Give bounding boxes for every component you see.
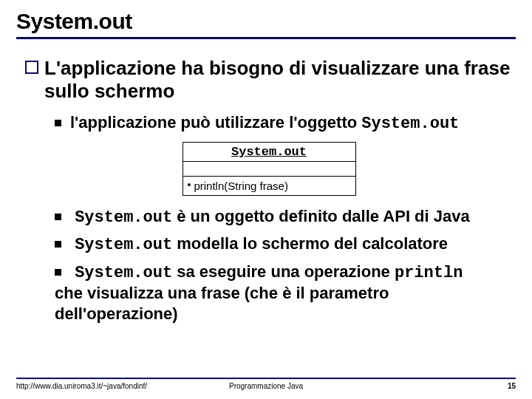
uml-name: System.out xyxy=(183,143,355,162)
code-println: println xyxy=(395,264,463,282)
slide-title: System.out xyxy=(16,9,516,34)
footer: http://www.dia.uniroma3.it/~java/fondinf… xyxy=(16,378,516,390)
footer-page: 15 xyxy=(508,382,516,390)
b2-rest: modella lo schermo del calcolatore xyxy=(172,234,448,253)
bullet-lvl2: System.out è un oggetto definito dalle A… xyxy=(55,206,513,228)
content: L'applicazione ha bisogno di visualizzar… xyxy=(16,57,516,324)
small-square-icon xyxy=(55,241,61,248)
bullet-lvl2: System.out modella lo schermo del calcol… xyxy=(55,233,513,256)
footer-course: Programmazione Java xyxy=(229,382,303,390)
bullet-lvl2: System.out sa eseguire una operazione pr… xyxy=(55,262,513,324)
small-square-icon xyxy=(55,214,61,220)
bullet-lvl1: L'applicazione ha bisogno di visualizzar… xyxy=(25,57,513,102)
slide: System.out L'applicazione ha bisogno di … xyxy=(0,0,532,399)
b3-rest: che visualizza una frase (che è il param… xyxy=(55,283,513,324)
dot-icon: • xyxy=(188,179,191,191)
b1-rest: è un oggetto definito dalle API di Java xyxy=(172,207,470,225)
b3-mid: sa eseguire una operazione xyxy=(172,262,395,281)
square-bullet-icon xyxy=(25,61,38,74)
code-sysout: System.out xyxy=(75,236,172,254)
lvl2-text: l'applicazione può utilizzare l'oggetto … xyxy=(70,112,459,134)
uml-op: println(String frase) xyxy=(194,180,288,192)
uml-box: System.out •println(String frase) xyxy=(183,142,356,196)
small-square-icon xyxy=(55,120,61,126)
lvl2-text: System.out sa eseguire una operazione pr… xyxy=(70,262,513,324)
uml-attrs-empty xyxy=(183,162,355,177)
small-square-icon xyxy=(55,269,61,276)
code-sysout: System.out xyxy=(75,208,172,227)
lvl2a-code: System.out xyxy=(361,115,459,133)
bullet-lvl2: l'applicazione può utilizzare l'oggetto … xyxy=(55,112,513,134)
code-sysout: System.out xyxy=(75,264,172,282)
lvl2-text: System.out è un oggetto definito dalle A… xyxy=(70,206,470,228)
lvl1-text: L'applicazione ha bisogno di visualizzar… xyxy=(44,57,513,102)
footer-url: http://www.dia.uniroma3.it/~java/fondinf… xyxy=(16,382,147,390)
title-bar: System.out xyxy=(16,9,516,39)
uml-container: System.out •println(String frase) xyxy=(25,142,513,196)
uml-ops: •println(String frase) xyxy=(183,177,355,195)
lvl2a-prefix: l'applicazione può utilizzare l'oggetto xyxy=(70,113,361,132)
lvl2-text: System.out modella lo schermo del calcol… xyxy=(70,233,448,256)
